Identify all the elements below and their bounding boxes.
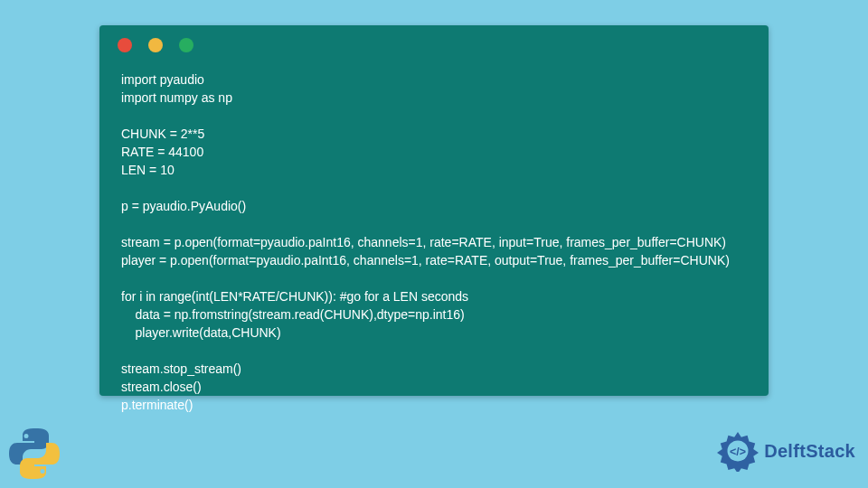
maximize-icon[interactable]: [179, 38, 193, 52]
brand-name: DelftStack: [764, 441, 855, 462]
code-block: import pyaudio import numpy as np CHUNK …: [99, 52, 769, 428]
window-controls: [99, 25, 769, 52]
delftstack-gear-icon: </>: [717, 430, 759, 472]
svg-text:</>: </>: [730, 446, 746, 458]
minimize-icon[interactable]: [148, 38, 163, 52]
close-icon[interactable]: [118, 38, 132, 52]
delftstack-logo: </> DelftStack: [717, 430, 855, 472]
python-logo-icon: [5, 425, 63, 483]
code-window: import pyaudio import numpy as np CHUNK …: [99, 25, 769, 396]
